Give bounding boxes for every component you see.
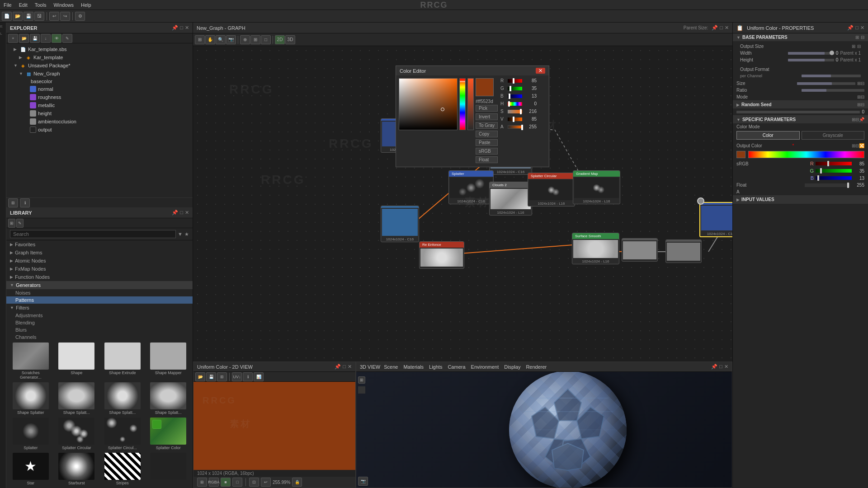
base-params-header[interactable]: ▼ BASE PARAMETERS ⊞ ⊟ [733,33,868,41]
ce-g-slider[interactable] [508,87,522,90]
output-color-swatch[interactable] [736,151,745,158]
v2d-lock[interactable]: 🔒 [292,478,302,487]
search-input[interactable] [10,230,176,238]
node-gradient-map[interactable]: Gradient Map 1024x1024 - L16 [573,170,620,204]
menu-scene[interactable]: Scene [384,364,398,370]
ce-alpha-slider[interactable] [467,78,474,130]
explorer-close[interactable]: ✕ [185,25,189,31]
v3d-camera-btn[interactable]: 📷 [358,477,368,486]
gt-2d[interactable]: 2D [275,35,285,44]
menu-edit[interactable]: Edit [19,2,28,8]
view3d-content[interactable]: ⊞ 📷 [356,372,732,488]
exp-new[interactable]: + [8,34,18,43]
thumb-shape-splatter1[interactable]: Shape Splatter [8,381,53,416]
v3d-icon2[interactable] [358,386,365,394]
tb-new[interactable]: 📄 [2,12,12,21]
lib-item-fxmap[interactable]: ▶ FxMap Nodes [6,265,193,273]
lib-item-channels[interactable]: Channels [6,333,193,340]
v2d-channel2[interactable]: □ [232,478,242,487]
graph-close[interactable]: ✕ [725,25,729,31]
thumb-shape-splatt2[interactable]: Shape Splatt... [54,381,99,416]
library-pin[interactable]: 📌 [172,210,178,216]
lib-view2[interactable]: ✎ [16,219,24,228]
exp-open[interactable]: 📂 [19,34,29,43]
tb-undo[interactable]: ↩ [49,12,59,21]
menu-environment[interactable]: Environment [471,364,499,370]
copy-icon2[interactable]: ⊞ [852,44,855,49]
tb-redo[interactable]: ↪ [60,12,70,21]
ce-copy[interactable]: Copy [476,131,498,137]
menu-display[interactable]: Display [504,364,520,370]
v2d-zoom-fit[interactable]: ⊡ [249,478,259,487]
tb-settings[interactable]: ⚙ [75,12,85,21]
gt-snap[interactable]: ⊕ [240,35,250,44]
view2d-close[interactable]: ✕ [348,364,352,370]
v2d-chart[interactable]: 📊 [254,372,264,381]
ce-pick[interactable]: Pick [476,105,498,112]
ce-r-slider[interactable] [508,79,522,83]
lib-item-adjustments[interactable]: Adjustments [6,312,193,319]
exp-view[interactable]: 👁 [52,34,61,43]
graph-maximize[interactable]: □ [720,25,723,31]
thumb-scratches[interactable]: Scratches Generator... [8,342,53,380]
thumb-splatter[interactable]: Splatter [8,417,53,451]
lib-view1[interactable]: ⊞ [8,219,15,228]
lib-item-filters[interactable]: ▼ Filters [6,304,193,312]
node-re-enfonce[interactable]: Re Enfonce [419,241,464,269]
thumb-splatter-circul[interactable]: Splatter Circul... [100,417,145,451]
ce-paste[interactable]: Paste [476,139,498,146]
v2d-save[interactable]: 💾 [206,372,216,381]
ce-to-gray[interactable]: To Gray [476,122,498,129]
seed-slider[interactable] [736,111,860,113]
thumb-shape-splatt3[interactable]: Shape Splatt... [100,381,145,416]
ce-header[interactable]: Color Editor ✕ [396,66,549,75]
node-input-large[interactable]: 1024x1024 - C16 [381,206,419,242]
ce-v-slider[interactable] [508,117,522,121]
thumb-starburst[interactable]: Starburst [54,452,99,486]
node-surface-smooth[interactable]: Surface Smooth 1024x1024 - L16 [572,233,619,264]
tb-open[interactable]: 📂 [13,12,23,21]
tree-metallic[interactable]: metallic [6,101,193,109]
node-splatter-circular[interactable]: Splatter Circular 1024x1024 - L16 [528,173,575,206]
ce-b-slider[interactable] [508,94,522,98]
v2d-uv[interactable]: UV↓ [232,372,242,381]
menu-lights[interactable]: Lights [429,364,442,370]
view3d-maximize[interactable]: □ [719,364,722,370]
ls-explorer[interactable]: E [0,24,6,30]
ce-hue-slider[interactable] [459,78,466,130]
ce-invert[interactable]: Invert [476,113,498,120]
gt-select[interactable]: ⊞ [195,35,205,44]
srgb-b[interactable] [816,176,852,180]
gt-grid[interactable]: ⊞ [250,35,260,44]
view3d-pin[interactable]: 📌 [711,364,717,370]
graph-pin[interactable]: 📌 [712,25,718,31]
v2d-info[interactable]: ℹ [243,372,253,381]
view2d-maximize[interactable]: □ [343,364,346,370]
specific-params-header[interactable]: ▼ SPECIFIC PARAMETERS ⊞⊟📌 [733,116,868,123]
props-pin[interactable]: 📌 [847,25,854,31]
tree-height[interactable]: height [6,109,193,117]
node-blend3[interactable] [665,239,702,263]
rainbow-bar[interactable] [748,151,864,158]
float-slider[interactable] [805,183,850,187]
gt-move[interactable]: ✋ [205,35,215,44]
color-btn[interactable]: Color [736,131,800,140]
node-blend2[interactable] [622,238,658,262]
menu-camera[interactable]: Camera [448,364,465,370]
connector-node[interactable] [697,197,704,205]
thumb-stripes[interactable]: Stripes [100,452,145,486]
filter-icon[interactable]: ▼ [178,231,183,237]
tree-roughness[interactable]: roughness [6,93,193,101]
explorer-pin[interactable]: 📌 [172,25,178,31]
v3d-grid[interactable]: ⊞ [358,376,365,384]
library-maximize[interactable]: □ [180,210,183,216]
ce-float[interactable]: Float [476,156,498,163]
v2d-copy[interactable]: ⊞ [217,372,227,381]
height-slider[interactable] [788,59,834,61]
ratio-slider[interactable] [802,89,865,92]
view2d-pin[interactable]: 📌 [335,364,341,370]
lib-item-generators[interactable]: ▼ Generators [6,281,193,289]
star-icon[interactable]: ★ [184,231,189,237]
tree-normal[interactable]: normal [6,85,193,93]
menu-tools[interactable]: Tools [35,2,47,8]
